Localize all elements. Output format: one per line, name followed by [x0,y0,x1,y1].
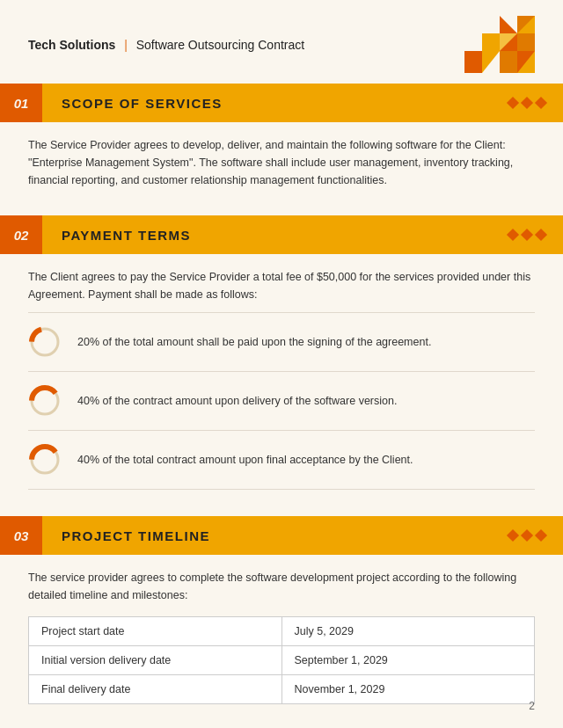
section-bar-02: 02 PAYMENT TERMS [0,215,563,254]
table-row: Project start dateJuly 5, 2029 [29,617,535,646]
section-01: 01 SCOPE OF SERVICES The Service Provide… [0,84,563,207]
diamond-icon-4 [507,229,519,241]
section-03: 03 PROJECT TIMELINE The service provider… [0,516,563,722]
payment-item-1: 20% of the total amount shall be paid up… [28,312,535,372]
payment-text-3: 40% of the total contract amount upon fi… [77,452,413,469]
diamond-icon-6 [535,229,547,241]
section-text-01: The Service Provider agrees to develop, … [28,136,535,189]
section-content-02: The Client agrees to pay the Service Pro… [0,254,563,507]
section-number-diamond-01: 01 [0,84,42,122]
svg-marker-7 [464,51,482,73]
svg-marker-3 [482,33,500,51]
diamond-icon-2 [521,97,533,109]
section-title-02: PAYMENT TERMS [62,228,508,243]
table-cell-label: Final delivery date [29,675,282,704]
diamond-icon-9 [535,529,547,542]
section-number-diamond-02: 02 [0,215,42,254]
section-title-01: SCOPE OF SERVICES [62,96,508,111]
svg-marker-5 [517,33,535,51]
pie-chart-40 [28,384,62,418]
section-bar-01: 01 SCOPE OF SERVICES [0,84,563,122]
section-content-03: The service provider agrees to complete … [0,555,563,722]
table-row: Final delivery dateNovember 1, 2029 [29,675,535,704]
section-diamonds-01 [508,98,545,107]
table-cell-value: September 1, 2029 [282,646,535,675]
diamond-icon-7 [507,529,519,542]
section-diamonds-03 [508,531,545,540]
header-title: Tech Solutions | Software Outsourcing Co… [28,38,304,52]
diamond-icon-1 [507,97,519,109]
svg-marker-9 [500,51,517,73]
doc-title: Software Outsourcing Contract [136,38,304,52]
payment-item-2: 40% of the contract amount upon delivery… [28,372,535,431]
svg-point-14 [36,333,54,351]
section-content-01: The Service Provider agrees to develop, … [0,122,563,207]
pie-chart-20 [28,325,62,359]
svg-marker-0 [500,16,517,33]
payment-intro: The Client agrees to pay the Service Pro… [28,268,535,303]
section-number-01: 01 [14,96,29,111]
table-cell-value: November 1, 2029 [282,675,535,704]
section-02: 02 PAYMENT TERMS The Client agrees to pa… [0,215,563,507]
svg-marker-8 [482,51,500,73]
section-bar-03: 03 PROJECT TIMELINE [0,516,563,555]
payment-text-2: 40% of the contract amount upon delivery… [77,393,397,410]
payment-item-3: 40% of the total contract amount upon fi… [28,431,535,490]
table-cell-label: Initial version delivery date [29,646,282,675]
company-name: Tech Solutions [28,38,115,52]
logo-icon [464,16,535,73]
timeline-intro: The service provider agrees to complete … [28,569,535,604]
header-divider: | [121,38,130,52]
section-number-02: 02 [14,228,29,243]
page-number: 2 [529,700,535,712]
section-number-diamond-03: 03 [0,516,42,555]
table-cell-label: Project start date [29,617,282,646]
header: Tech Solutions | Software Outsourcing Co… [0,0,563,84]
table-cell-value: July 5, 2029 [282,617,535,646]
section-diamonds-02 [508,230,545,239]
table-row: Initial version delivery dateSeptember 1… [29,646,535,675]
diamond-icon-5 [521,229,533,241]
svg-point-20 [36,451,54,469]
svg-point-17 [36,392,54,410]
diamond-icon-8 [521,529,533,542]
pie-chart-40b [28,443,62,477]
diamond-icon-3 [535,97,547,109]
section-title-03: PROJECT TIMELINE [62,528,508,543]
timeline-table: Project start dateJuly 5, 2029Initial ve… [28,616,535,704]
payment-text-1: 20% of the total amount shall be paid up… [77,334,431,351]
section-number-03: 03 [14,528,29,543]
